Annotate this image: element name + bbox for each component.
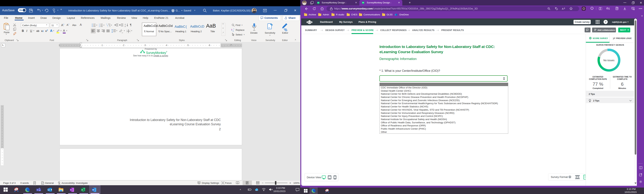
svg-text:3: 3 bbox=[99, 26, 100, 27]
svg-text:c: c bbox=[233, 30, 234, 32]
svg-text:i: i bbox=[108, 26, 108, 27]
svg-text:X: X bbox=[82, 189, 83, 191]
svg-text:A: A bbox=[125, 24, 126, 25]
svg-text:2: 2 bbox=[99, 25, 100, 26]
svg-text:N: N bbox=[70, 189, 72, 191]
svg-text:a: a bbox=[107, 25, 108, 26]
svg-text:Z: Z bbox=[125, 26, 126, 27]
svg-text:W: W bbox=[92, 189, 94, 191]
svg-text:1: 1 bbox=[106, 24, 107, 25]
svg-text:1: 1 bbox=[99, 24, 100, 25]
svg-text:T: T bbox=[37, 189, 38, 191]
svg-text:A: A bbox=[562, 7, 564, 10]
